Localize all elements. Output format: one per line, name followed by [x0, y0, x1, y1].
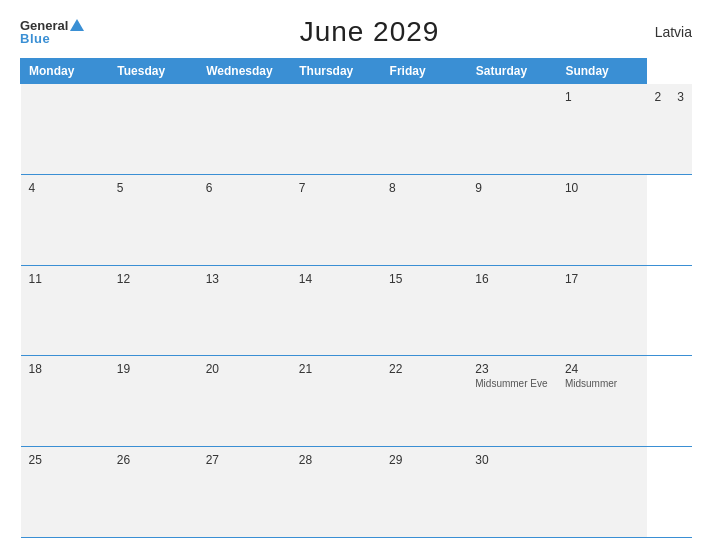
- day-number: 12: [117, 272, 190, 286]
- country-label: Latvia: [655, 24, 692, 40]
- table-row: 3: [669, 84, 692, 175]
- day-number: 22: [389, 362, 459, 376]
- calendar-table: Monday Tuesday Wednesday Thursday Friday…: [20, 58, 692, 538]
- table-row: 16: [467, 265, 557, 356]
- header-tuesday: Tuesday: [109, 59, 198, 84]
- calendar-week-row: 45678910: [21, 174, 693, 265]
- day-number: 11: [29, 272, 101, 286]
- day-number: 5: [117, 181, 190, 195]
- day-number: 21: [299, 362, 373, 376]
- day-number: 19: [117, 362, 190, 376]
- day-number: 23: [475, 362, 549, 376]
- holiday-label: Midsummer: [565, 378, 639, 390]
- day-number: 4: [29, 181, 101, 195]
- logo-blue-text: Blue: [20, 31, 50, 46]
- calendar-header: General Blue June 2029 Latvia: [20, 16, 692, 48]
- table-row: 28: [291, 447, 381, 538]
- table-row: [467, 84, 557, 175]
- day-number: 6: [206, 181, 283, 195]
- table-row: 19: [109, 356, 198, 447]
- table-row: 2: [647, 84, 670, 175]
- calendar-week-row: 123: [21, 84, 693, 175]
- header-sunday: Sunday: [557, 59, 647, 84]
- table-row: 7: [291, 174, 381, 265]
- day-number: 1: [565, 90, 639, 104]
- table-row: 14: [291, 265, 381, 356]
- day-number: 18: [29, 362, 101, 376]
- day-number: 2: [655, 90, 662, 104]
- day-number: 8: [389, 181, 459, 195]
- table-row: 17: [557, 265, 647, 356]
- table-row: 12: [109, 265, 198, 356]
- table-row: 20: [198, 356, 291, 447]
- holiday-label: Midsummer Eve: [475, 378, 549, 390]
- calendar-week-row: 181920212223Midsummer Eve24Midsummer: [21, 356, 693, 447]
- table-row: 11: [21, 265, 109, 356]
- day-number: 15: [389, 272, 459, 286]
- table-row: [21, 84, 109, 175]
- table-row: 24Midsummer: [557, 356, 647, 447]
- header-wednesday: Wednesday: [198, 59, 291, 84]
- day-number: 20: [206, 362, 283, 376]
- day-number: 28: [299, 453, 373, 467]
- day-number: 27: [206, 453, 283, 467]
- table-row: 8: [381, 174, 467, 265]
- table-row: 9: [467, 174, 557, 265]
- table-row: 22: [381, 356, 467, 447]
- header-monday: Monday: [21, 59, 109, 84]
- day-number: 30: [475, 453, 549, 467]
- logo: General Blue: [20, 18, 84, 46]
- table-row: [109, 84, 198, 175]
- table-row: 5: [109, 174, 198, 265]
- day-number: 7: [299, 181, 373, 195]
- day-number: 29: [389, 453, 459, 467]
- day-number: 9: [475, 181, 549, 195]
- day-number: 16: [475, 272, 549, 286]
- day-number: 17: [565, 272, 639, 286]
- day-number: 26: [117, 453, 190, 467]
- table-row: 4: [21, 174, 109, 265]
- table-row: 15: [381, 265, 467, 356]
- header-thursday: Thursday: [291, 59, 381, 84]
- table-row: 29: [381, 447, 467, 538]
- header-friday: Friday: [381, 59, 467, 84]
- day-number: 10: [565, 181, 639, 195]
- table-row: 27: [198, 447, 291, 538]
- table-row: [198, 84, 291, 175]
- day-number: 14: [299, 272, 373, 286]
- table-row: 6: [198, 174, 291, 265]
- calendar-page: General Blue June 2029 Latvia Monday Tue…: [0, 0, 712, 550]
- table-row: [381, 84, 467, 175]
- calendar-week-row: 252627282930: [21, 447, 693, 538]
- day-number: 24: [565, 362, 639, 376]
- day-number: 25: [29, 453, 101, 467]
- table-row: 13: [198, 265, 291, 356]
- table-row: 30: [467, 447, 557, 538]
- table-row: [557, 447, 647, 538]
- table-row: 23Midsummer Eve: [467, 356, 557, 447]
- header-saturday: Saturday: [467, 59, 557, 84]
- table-row: 25: [21, 447, 109, 538]
- calendar-week-row: 11121314151617: [21, 265, 693, 356]
- table-row: 18: [21, 356, 109, 447]
- logo-triangle-icon: [70, 19, 84, 31]
- table-row: 10: [557, 174, 647, 265]
- table-row: [291, 84, 381, 175]
- weekday-header-row: Monday Tuesday Wednesday Thursday Friday…: [21, 59, 693, 84]
- table-row: 1: [557, 84, 647, 175]
- table-row: 21: [291, 356, 381, 447]
- table-row: 26: [109, 447, 198, 538]
- day-number: 3: [677, 90, 684, 104]
- day-number: 13: [206, 272, 283, 286]
- calendar-title: June 2029: [300, 16, 440, 48]
